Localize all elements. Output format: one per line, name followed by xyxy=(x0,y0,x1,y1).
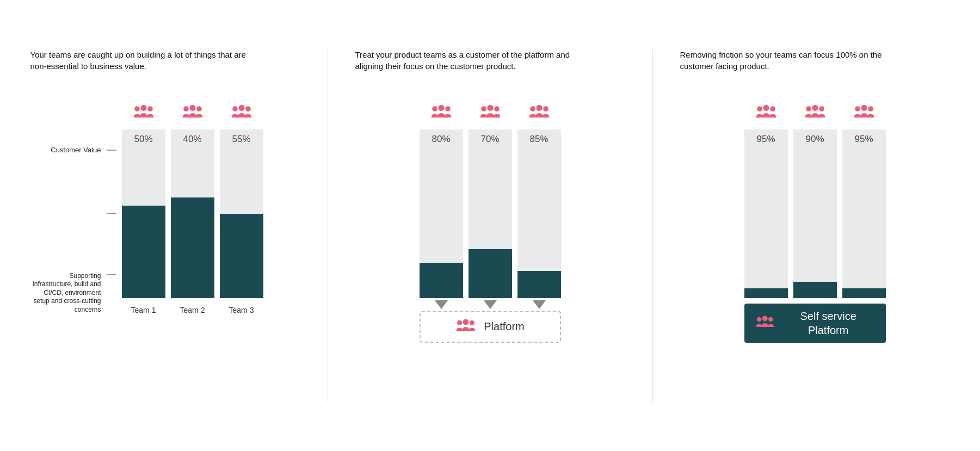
axis-top-section: Customer Value xyxy=(30,146,116,155)
bar-dark-p2 xyxy=(469,249,512,298)
bar-col-p-team3: 85% xyxy=(517,102,561,298)
tick-mid xyxy=(107,213,116,214)
section-description-platform: Treat your product teams as a customer o… xyxy=(355,49,573,92)
bar-light-ss2 xyxy=(793,129,837,298)
svg-point-6 xyxy=(232,106,238,112)
person-group-icon-ss3 xyxy=(853,102,875,124)
section-self-service: Removing friction so your teams can focu… xyxy=(680,49,950,343)
bars-row-before: 50% Team 1 xyxy=(122,102,263,314)
bar-col-ss-team3: 95% xyxy=(842,102,886,298)
section-description-self-service: Removing friction so your teams can focu… xyxy=(680,49,898,92)
svg-point-1 xyxy=(140,104,146,110)
tick-top xyxy=(107,150,116,151)
chart-platform-wrapper: 80% 70% xyxy=(355,102,625,343)
tick-bottom xyxy=(107,274,116,275)
section-description-before: Your teams are caught up on building a l… xyxy=(30,49,248,92)
svg-point-31 xyxy=(762,316,767,321)
bar-platform-team2: 70% xyxy=(469,129,512,298)
person-group-icon-p1 xyxy=(430,102,452,124)
person-group-icon-platform xyxy=(455,318,476,336)
bars-row-platform: 80% 70% xyxy=(420,102,561,298)
bar-before-team1: 50% xyxy=(122,129,165,298)
pct-label-ss3: 95% xyxy=(854,134,873,145)
self-service-platform-label: Self service Platform xyxy=(782,309,875,337)
team-label-1: Team 1 xyxy=(131,306,156,314)
axis-label-infra: Supporting Infrastructure, build and CI/… xyxy=(30,272,101,314)
bar-dark-ss1 xyxy=(744,288,788,298)
person-group-icon-p3 xyxy=(528,102,550,124)
axis-bottom-section: Supporting Infrastructure, build and CI/… xyxy=(30,272,116,314)
pct-label-t1: 50% xyxy=(134,134,152,145)
bar-platform-team3: 85% xyxy=(517,129,561,298)
svg-point-9 xyxy=(432,106,437,112)
bar-ss-team1: 95% xyxy=(744,129,788,298)
pct-label-p2: 70% xyxy=(480,134,499,145)
person-group-icon-t3 xyxy=(231,102,252,124)
pct-label-p1: 80% xyxy=(432,134,450,145)
svg-point-19 xyxy=(463,319,469,325)
svg-point-25 xyxy=(812,104,818,110)
bar-dark-t2 xyxy=(171,197,214,298)
arrow-down-1 xyxy=(435,300,448,309)
axis-mid-section xyxy=(30,213,116,214)
svg-point-5 xyxy=(196,106,202,112)
svg-point-18 xyxy=(457,320,462,325)
bar-dark-ss2 xyxy=(793,282,837,298)
person-group-icon-ss2 xyxy=(804,102,826,124)
arrow-down-2 xyxy=(484,300,497,309)
bars-row-ss: 95% 90% xyxy=(744,102,886,298)
arrows-row xyxy=(420,300,561,309)
svg-point-30 xyxy=(756,317,761,321)
svg-point-21 xyxy=(757,106,762,112)
pct-label-t3: 55% xyxy=(232,134,250,145)
bar-col-p-team1: 80% xyxy=(420,102,463,298)
main-container: Your teams are caught up on building a l… xyxy=(14,38,966,413)
svg-point-23 xyxy=(770,106,775,112)
pct-label-t2: 40% xyxy=(183,134,201,145)
bar-light-ss1 xyxy=(744,129,788,298)
svg-point-15 xyxy=(530,106,535,112)
arrow-down-3 xyxy=(533,300,546,309)
bar-before-team2: 40% xyxy=(171,129,214,298)
svg-point-16 xyxy=(536,104,542,110)
svg-point-3 xyxy=(183,106,189,112)
bar-col-team3: 55% Team 3 xyxy=(220,102,263,314)
arrow-2 xyxy=(469,300,512,309)
bar-col-team1: 50% Team 1 xyxy=(122,102,165,314)
person-group-icon-ss1 xyxy=(755,102,777,124)
person-group-icon-ss-platform xyxy=(755,314,774,332)
pct-label-p3: 85% xyxy=(529,134,548,145)
bar-dark-ss3 xyxy=(842,288,886,298)
bar-platform-team1: 80% xyxy=(420,129,463,298)
platform-dashed-box: Platform xyxy=(420,311,561,343)
bar-col-p-team2: 70% xyxy=(469,102,512,298)
axis-tick-bottom: Supporting Infrastructure, build and CI/… xyxy=(30,272,116,314)
arrow-3 xyxy=(517,300,561,309)
svg-point-11 xyxy=(445,106,451,112)
svg-point-2 xyxy=(147,106,153,112)
bar-dark-t3 xyxy=(220,214,263,298)
svg-point-14 xyxy=(494,106,500,112)
person-group-icon-t2 xyxy=(182,102,204,124)
bar-dark-p3 xyxy=(517,271,561,298)
person-group-icon-p2 xyxy=(479,102,501,124)
bar-light-ss3 xyxy=(842,129,886,298)
y-axis: Customer Value Supporting Infrastructure… xyxy=(30,146,116,314)
svg-point-27 xyxy=(855,106,860,112)
bar-col-ss-team2: 90% xyxy=(793,102,837,298)
bar-ss-team3: 95% xyxy=(842,129,886,298)
bar-ss-team2: 90% xyxy=(793,129,837,298)
svg-point-12 xyxy=(481,106,486,112)
divider-2 xyxy=(652,49,653,403)
svg-point-20 xyxy=(470,320,474,325)
bar-dark-p1 xyxy=(420,263,463,298)
person-group-icon-t1 xyxy=(133,102,155,124)
axis-tick-top: Customer Value xyxy=(30,146,116,155)
svg-point-32 xyxy=(768,317,773,321)
pct-label-ss1: 95% xyxy=(756,134,775,145)
svg-point-29 xyxy=(868,106,873,112)
svg-point-7 xyxy=(238,104,244,110)
svg-point-17 xyxy=(543,106,548,112)
section-before: Your teams are caught up on building a l… xyxy=(30,49,300,314)
bar-before-team3: 55% xyxy=(220,129,263,298)
